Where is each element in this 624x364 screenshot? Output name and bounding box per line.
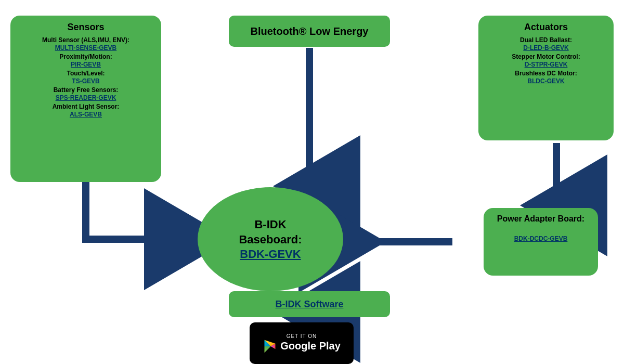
- proximity-label: Proximity/Motion:: [59, 53, 112, 60]
- bdk-dcdc-gevb-link[interactable]: BDK-DCDC-GEVB: [491, 235, 591, 242]
- power-adapter-box: Power Adapter Board: BDK-DCDC-GEVB: [484, 208, 598, 276]
- dual-led-label: Dual LED Ballast:: [520, 36, 572, 44]
- bidk-title: B-IDK Baseboard:: [239, 217, 302, 247]
- d-led-b-gevk-link[interactable]: D-LED-B-GEVK: [486, 44, 606, 51]
- diagram-container: Sensors Multi Sensor (ALS,IMU, ENV): MUL…: [0, 0, 624, 364]
- d-stpr-gevk-link[interactable]: D-STPR-GEVK: [486, 61, 606, 68]
- multi-sense-link[interactable]: MULTI-SENSE-GEVB: [18, 44, 154, 51]
- brushless-label: Brushless DC Motor:: [515, 70, 577, 77]
- software-box: B-IDK Software: [229, 291, 390, 317]
- sps-reader-link[interactable]: SPS-READER-GEVK: [18, 94, 154, 101]
- stepper-label: Stepper Motor Control:: [512, 53, 580, 60]
- bldc-gevk-link[interactable]: BLDC-GEVK: [486, 77, 606, 85]
- touch-label: Touch/Level:: [67, 70, 105, 77]
- power-title: Power Adapter Board:: [491, 214, 591, 224]
- sensors-title: Sensors: [18, 22, 154, 33]
- battery-label: Battery Free Sensors:: [54, 86, 119, 94]
- ts-gevb-link[interactable]: TS-GEVB: [18, 77, 154, 85]
- bdk-gevk-link[interactable]: BDK-GEVK: [240, 248, 301, 261]
- google-play-icon: [263, 339, 277, 354]
- pir-gevb-link[interactable]: PIR-GEVB: [18, 61, 154, 68]
- actuators-box: Actuators Dual LED Ballast: D-LED-B-GEVK…: [478, 16, 614, 140]
- als-gevb-link[interactable]: ALS-GEVB: [18, 111, 154, 118]
- bidk-software-link[interactable]: B-IDK Software: [275, 299, 343, 310]
- google-play-badge[interactable]: GET IT ON: [250, 322, 354, 364]
- ambient-label: Ambient Light Sensor:: [53, 103, 120, 110]
- bidk-ellipse: B-IDK Baseboard: BDK-GEVK: [198, 187, 343, 291]
- bluetooth-title: Bluetooth® Low Energy: [251, 25, 369, 37]
- svg-marker-9: [265, 346, 271, 353]
- bluetooth-box: Bluetooth® Low Energy: [229, 16, 390, 47]
- google-play-top-text: GET IT ON: [287, 333, 317, 339]
- sensors-box: Sensors Multi Sensor (ALS,IMU, ENV): MUL…: [10, 16, 161, 182]
- multi-sensor-label: Multi Sensor (ALS,IMU, ENV):: [42, 36, 129, 44]
- google-play-bottom-text: Google Play: [263, 339, 341, 354]
- actuators-title: Actuators: [486, 22, 606, 33]
